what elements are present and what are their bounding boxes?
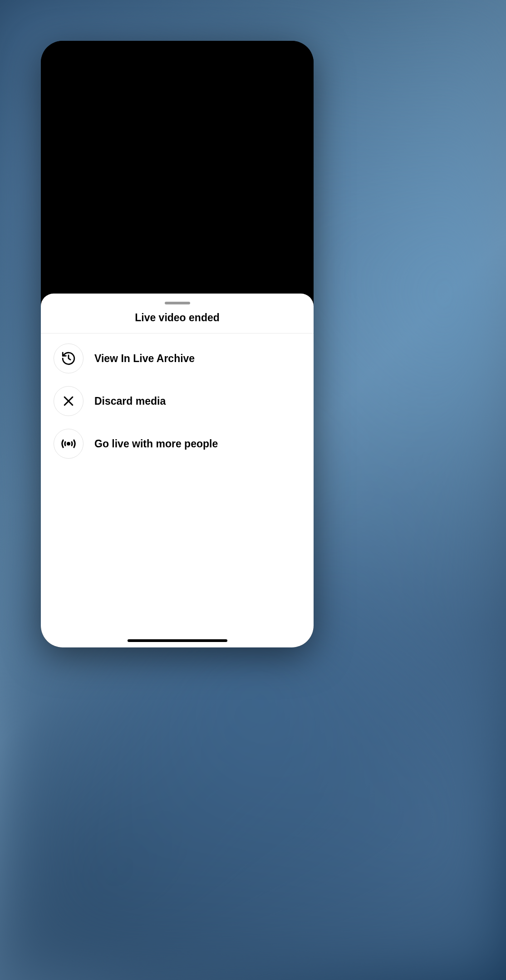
svg-point-2 <box>68 443 70 445</box>
go-live-with-more-people-button[interactable]: Go live with more people <box>54 429 301 459</box>
bottom-sheet: Live video ended View In Live Archive <box>41 294 314 647</box>
view-in-live-archive-button[interactable]: View In Live Archive <box>54 343 301 373</box>
home-indicator[interactable] <box>128 639 227 642</box>
broadcast-icon <box>54 429 84 459</box>
option-label: View In Live Archive <box>94 353 195 365</box>
history-icon <box>54 343 84 373</box>
video-ended-black-area <box>41 41 314 302</box>
options-list: View In Live Archive Discard media <box>41 333 314 459</box>
option-label: Discard media <box>94 395 166 407</box>
phone-frame: Live video ended View In Live Archive <box>41 41 314 647</box>
close-icon <box>54 386 84 416</box>
discard-media-button[interactable]: Discard media <box>54 386 301 416</box>
option-label: Go live with more people <box>94 438 218 450</box>
sheet-title: Live video ended <box>41 304 314 333</box>
